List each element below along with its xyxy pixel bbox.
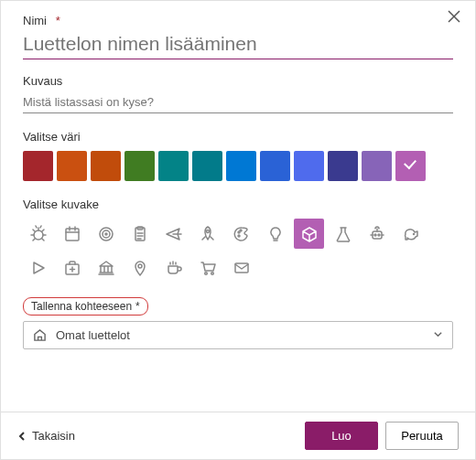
icon-grid: [23, 219, 426, 283]
svg-point-9: [240, 230, 242, 231]
color-swatch[interactable]: [23, 151, 53, 181]
svg-point-4: [105, 233, 107, 235]
color-swatch[interactable]: [328, 151, 358, 181]
lightbulb-icon[interactable]: [260, 219, 290, 249]
required-asterisk: *: [56, 14, 60, 27]
play-icon[interactable]: [23, 252, 53, 283]
target-icon[interactable]: [91, 219, 121, 249]
icon-label: Valitse kuvake: [23, 198, 453, 211]
create-button[interactable]: Luo: [305, 422, 378, 450]
chevron-down-icon: [433, 328, 443, 342]
color-swatch[interactable]: [57, 151, 87, 181]
clipboard-icon[interactable]: [124, 219, 155, 249]
svg-point-12: [374, 234, 376, 236]
bug-icon[interactable]: [23, 219, 53, 249]
color-swatch[interactable]: [124, 151, 155, 181]
svg-point-8: [238, 231, 240, 233]
svg-point-14: [413, 233, 414, 234]
back-button[interactable]: Takaisin: [17, 429, 75, 443]
svg-point-3: [103, 230, 110, 238]
color-swatches: [23, 151, 453, 181]
coffee-icon[interactable]: [158, 252, 189, 283]
airplane-icon[interactable]: [158, 219, 189, 249]
svg-point-13: [378, 234, 380, 236]
home-icon: [33, 328, 47, 342]
beaker-icon[interactable]: [328, 219, 358, 249]
save-to-label-row: Tallenna kohteeseen *: [23, 297, 148, 316]
close-button[interactable]: [448, 10, 460, 26]
cart-icon[interactable]: [192, 252, 222, 283]
svg-point-10: [238, 235, 240, 237]
pin-icon[interactable]: [124, 252, 155, 283]
mail-icon[interactable]: [226, 252, 256, 283]
required-asterisk: *: [135, 300, 140, 313]
description-label: Kuvaus: [23, 74, 453, 88]
color-swatch[interactable]: [362, 151, 392, 181]
color-swatch[interactable]: [158, 151, 189, 181]
color-swatch[interactable]: [226, 151, 256, 181]
save-to-label: Tallenna kohteeseen: [31, 300, 132, 313]
close-icon: [448, 10, 460, 23]
svg-point-16: [138, 264, 142, 268]
save-to-dropdown[interactable]: Omat luettelot: [23, 321, 453, 349]
calendar-icon[interactable]: [57, 219, 87, 249]
name-label: Nimi: [23, 14, 47, 27]
palette-icon[interactable]: [226, 219, 256, 249]
rocket-icon[interactable]: [192, 219, 222, 249]
svg-point-7: [206, 230, 209, 232]
svg-point-17: [204, 272, 207, 274]
color-swatch[interactable]: [192, 151, 222, 181]
svg-rect-19: [235, 263, 248, 273]
cancel-button[interactable]: Peruuta: [385, 422, 459, 450]
chevron-left-icon: [17, 432, 27, 441]
color-swatch[interactable]: [91, 151, 121, 181]
svg-rect-1: [66, 229, 79, 241]
footer: Takaisin Luo Peruuta: [1, 412, 475, 459]
description-input[interactable]: [23, 90, 453, 113]
bank-icon[interactable]: [91, 252, 121, 283]
svg-point-2: [100, 228, 113, 241]
firstaid-icon[interactable]: [57, 252, 87, 283]
color-swatch[interactable]: [260, 151, 290, 181]
cube-icon[interactable]: [294, 219, 324, 249]
name-input[interactable]: [23, 31, 453, 59]
color-label: Valitse väri: [23, 130, 453, 144]
save-to-selected: Omat luettelot: [56, 328, 130, 342]
robot-icon[interactable]: [362, 219, 392, 249]
back-label: Takaisin: [32, 429, 75, 443]
svg-point-18: [211, 272, 213, 274]
piggybank-icon[interactable]: [395, 219, 426, 249]
color-swatch[interactable]: [294, 151, 324, 181]
color-swatch[interactable]: [395, 151, 426, 181]
